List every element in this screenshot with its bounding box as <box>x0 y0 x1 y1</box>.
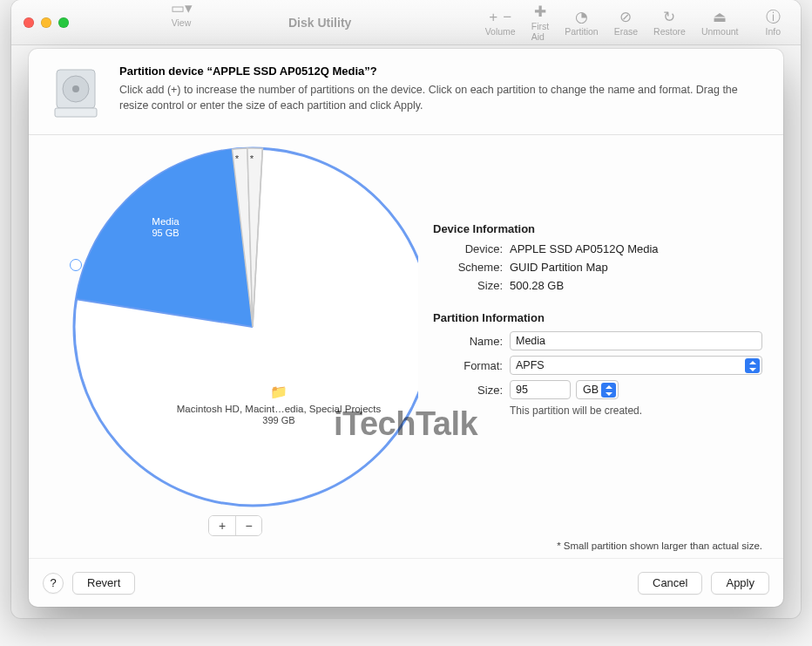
sheet-footer: ? Revert Cancel Apply <box>29 558 783 607</box>
partition-create-note: This partition will be created. <box>510 405 764 417</box>
partition-sheet: Partition device “APPLE SSD AP0512Q Medi… <box>29 49 783 607</box>
sheet-title: Partition device “APPLE SSD AP0512Q Medi… <box>119 65 764 78</box>
partition-name-input[interactable] <box>510 331 762 350</box>
info-icon: ⓘ <box>766 9 781 26</box>
sheet-subtitle: Click add (+) to increase the number of … <box>119 82 764 113</box>
erase-icon: ⊘ <box>619 9 632 26</box>
sheet-body: Media 95 GB * * 📁 Macintosh HD, Macint…e… <box>29 135 783 558</box>
minimize-window-button[interactable] <box>41 17 51 28</box>
svg-point-2 <box>72 85 79 92</box>
restore-button[interactable]: ↻ Restore <box>653 9 686 37</box>
revert-button[interactable]: Revert <box>72 572 135 595</box>
disk-utility-window: ▭▾ View Disk Utility +− Volume ✚ First A… <box>11 0 801 618</box>
device-info-heading: Device Information <box>433 222 764 235</box>
traffic-lights <box>24 17 69 28</box>
sheet-header: Partition device “APPLE SSD AP0512Q Medi… <box>29 49 783 135</box>
sidebar-area: ▭▾ View <box>83 0 280 45</box>
info-button[interactable]: ⓘ Info <box>765 9 781 37</box>
apply-button[interactable]: Apply <box>711 572 769 595</box>
drive-icon <box>48 65 104 120</box>
remove-partition-button[interactable]: − <box>235 516 261 535</box>
chevron-updown-icon <box>601 383 616 398</box>
window-title: Disk Utility <box>288 16 351 30</box>
add-partition-button[interactable]: + <box>209 516 235 535</box>
partition-size-unit-select[interactable]: GB <box>576 380 619 399</box>
titlebar: ▭▾ View Disk Utility +− Volume ✚ First A… <box>11 0 801 45</box>
cancel-button[interactable]: Cancel <box>638 572 702 595</box>
help-button[interactable]: ? <box>43 573 64 594</box>
sidebar-toggle-icon: ▭▾ <box>171 0 193 17</box>
device-name-value: APPLE SSD AP0512Q Media <box>510 242 764 255</box>
small-partition-footnote: * Small partition shown larger than actu… <box>557 541 762 551</box>
info-column: Device Information Device:APPLE SSD AP05… <box>423 144 764 549</box>
volume-button[interactable]: +− Volume <box>485 9 516 37</box>
toolbar: +− Volume ✚ First Aid ◔ Partition ⊘ Eras… <box>477 3 788 42</box>
close-window-button[interactable] <box>24 17 34 28</box>
partition-button[interactable]: ◔ Partition <box>565 9 599 37</box>
partition-format-select[interactable]: APFS <box>510 356 762 375</box>
eject-icon: ⏏ <box>713 9 727 26</box>
plus-icon: + <box>489 9 497 26</box>
add-remove-partition: + − <box>208 515 262 536</box>
view-button[interactable]: ▭▾ View <box>91 0 272 28</box>
stethoscope-icon: ✚ <box>534 3 546 21</box>
first-aid-button[interactable]: ✚ First Aid <box>531 3 549 42</box>
restore-icon: ↻ <box>663 9 675 26</box>
partition-pie-column: Media 95 GB * * 📁 Macintosh HD, Macint…e… <box>48 144 423 549</box>
partition-pie[interactable]: Media 95 GB * * 📁 Macintosh HD, Macint…e… <box>52 144 418 510</box>
pie-resize-handle[interactable] <box>70 259 82 271</box>
minus-icon: − <box>503 9 511 26</box>
partition-size-input[interactable] <box>510 380 571 399</box>
chevron-updown-icon <box>745 358 760 373</box>
svg-rect-3 <box>55 108 97 117</box>
partition-info-heading: Partition Information <box>433 311 764 324</box>
unmount-button[interactable]: ⏏ Unmount <box>701 9 739 37</box>
device-size-value: 500.28 GB <box>510 279 764 292</box>
maximize-window-button[interactable] <box>58 17 69 28</box>
erase-button[interactable]: ⊘ Erase <box>614 9 638 37</box>
scheme-value: GUID Partition Map <box>510 261 764 274</box>
pie-icon: ◔ <box>575 9 588 26</box>
